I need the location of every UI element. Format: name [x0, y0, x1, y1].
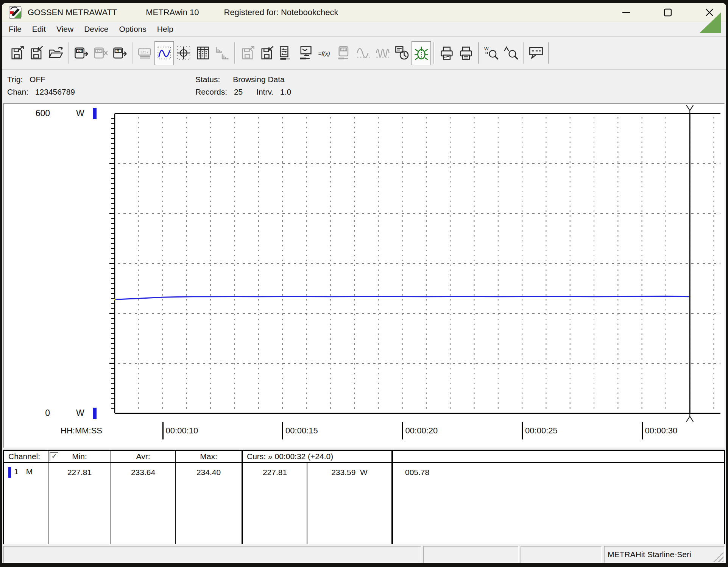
statusbar-panel-main: [3, 546, 421, 563]
display-1257-icon: 1257: [137, 45, 153, 61]
x-tick-label: 00:00:20: [402, 422, 438, 439]
magnifier-arrow-icon: [503, 45, 518, 61]
x-tick-label: 00:00:25: [522, 422, 558, 439]
toolbar-separator: [548, 42, 549, 64]
chart-panel[interactable]: 600 W 0 W HH:MM:SS 00:00:1000:00:1500:00…: [3, 103, 725, 448]
menu-item-options[interactable]: Options: [114, 23, 151, 35]
channel-marker-bottom: [93, 408, 97, 419]
y-axis-unit-top: W: [76, 108, 84, 118]
open-file-button[interactable]: [46, 41, 65, 65]
channel-mode: M: [26, 467, 33, 544]
svg-text:W: W: [484, 46, 489, 51]
channel-number: 1: [14, 467, 19, 544]
min-value-cell: 227.81: [48, 463, 111, 544]
floppy-export-icon: [240, 45, 255, 61]
cursor-handle-bottom[interactable]: [686, 413, 693, 422]
menu-item-edit[interactable]: Edit: [27, 23, 51, 35]
data-table-icon: [195, 45, 210, 61]
toolbar-separator: [68, 42, 69, 64]
y-axis-min-label: 0: [19, 408, 50, 418]
wave-single-icon: [356, 45, 371, 61]
column-header-cursor: Curs: » 00:00:32 (+24.0): [242, 451, 391, 463]
toolbar-separator: [234, 42, 235, 64]
y-axis-max-label: 600: [19, 108, 50, 118]
multi-wave-button: [373, 41, 392, 65]
print-chart-button[interactable]: [437, 41, 456, 65]
device-config-button: 321: [334, 41, 354, 65]
display-settings-button[interactable]: [296, 41, 315, 65]
menu-item-view[interactable]: View: [51, 23, 79, 35]
column-header-min: ✓ Min:: [48, 451, 111, 463]
minimize-button[interactable]: [615, 4, 638, 21]
numeric-display-button: 1257: [135, 41, 154, 65]
acquisition-info: Trig: OFF Chan: 123456789 Status: Browsi…: [2, 70, 726, 103]
titlebar-app-name: METRAwin 10: [146, 8, 199, 17]
zoom-window-button[interactable]: W: [482, 41, 501, 65]
live-record-button[interactable]: [412, 41, 431, 65]
formula-button[interactable]: =f(x): [315, 41, 334, 65]
zoom-pointer-button[interactable]: [501, 41, 520, 65]
notes-button[interactable]: [526, 41, 546, 65]
toolbar-separator: [433, 42, 434, 64]
menu-item-device[interactable]: Device: [79, 23, 114, 35]
column-header-max: Max:: [175, 451, 242, 463]
export-data-button[interactable]: [7, 41, 27, 65]
print-report-button[interactable]: [456, 41, 475, 65]
wave-multi-icon: [375, 45, 390, 61]
menu-item-file[interactable]: File: [3, 23, 27, 35]
x-tick-label: 00:00:15: [282, 422, 318, 439]
fx-icon: =f(x): [317, 45, 332, 61]
channel-visibility-checkbox[interactable]: ✓: [50, 452, 59, 461]
metrawin-window: GOSSEN METRAWATT METRAwin 10 Registered …: [2, 3, 726, 563]
brand-triangle-logo: [699, 12, 721, 33]
folder-open-icon: [48, 45, 63, 61]
device-321-disconnect-icon: 321: [93, 45, 108, 61]
cursor-view-button[interactable]: [174, 41, 193, 65]
analog-wave-button: [354, 41, 373, 65]
toolbar-separator: [523, 42, 524, 64]
floppy-save-icon: [259, 45, 274, 61]
series-endpoint-marker: [114, 299, 115, 300]
time-settings-button[interactable]: [392, 41, 412, 65]
column-header-channel: Channel:: [4, 451, 48, 463]
chart-svg[interactable]: [4, 104, 724, 447]
records-line: Records: 25 Intrv. 1.0: [195, 86, 291, 98]
printer-chart-icon: [439, 45, 454, 61]
connected-device-label: METRAHit Starline-Seri: [608, 550, 691, 559]
chart-view-button[interactable]: [154, 41, 174, 65]
table-view-button[interactable]: [193, 41, 212, 65]
cursor-handle-top[interactable]: [686, 105, 693, 114]
resize-grip[interactable]: [713, 551, 723, 562]
disconnect-device-321-button: 321: [90, 41, 110, 65]
import-config-button[interactable]: [257, 41, 276, 65]
trigger-status: Trig: OFF: [7, 73, 75, 86]
y-axis-unit-bottom: W: [76, 408, 84, 418]
floppy-export-icon: [9, 45, 25, 61]
toolbar-separator: [132, 42, 133, 64]
timer-bug-icon: [414, 45, 429, 61]
speech-bubble-icon: [528, 45, 544, 61]
minimize-icon: [622, 8, 631, 17]
statusbar-device-panel: METRAHit Starline-Seri: [604, 546, 725, 563]
statusbar-panel-2: [423, 546, 519, 563]
cursor-value-cell: 233.59 W: [307, 463, 391, 544]
read-device-m-button[interactable]: M: [110, 41, 129, 65]
avr-value-cell: 233.64: [111, 463, 175, 544]
histogram-icon: [215, 45, 230, 61]
save-data-button[interactable]: [27, 41, 46, 65]
menu-item-help[interactable]: Help: [152, 23, 179, 35]
read-device-321-button[interactable]: 321: [71, 41, 90, 65]
printer-lines-icon: [458, 45, 474, 61]
channel-status: Chan: 123456789: [7, 86, 75, 98]
status-line: Status: Browsing Data: [195, 73, 291, 86]
titlebar: GOSSEN METRAWATT METRAwin 10 Registered …: [2, 3, 726, 22]
histogram-view-button: [212, 41, 232, 65]
toolbar: 321321M1257=f(x)321W: [2, 36, 726, 70]
svg-text:1257: 1257: [140, 50, 148, 54]
menubar: FileEditViewDeviceOptionsHelp: [2, 22, 726, 36]
maximize-button[interactable]: [656, 4, 679, 21]
channel-settings-button[interactable]: [276, 41, 296, 65]
table-row-channel-cell[interactable]: 1 M: [4, 463, 48, 544]
energy-value-cell: 005.78: [391, 463, 724, 544]
svg-text:321: 321: [76, 49, 82, 53]
